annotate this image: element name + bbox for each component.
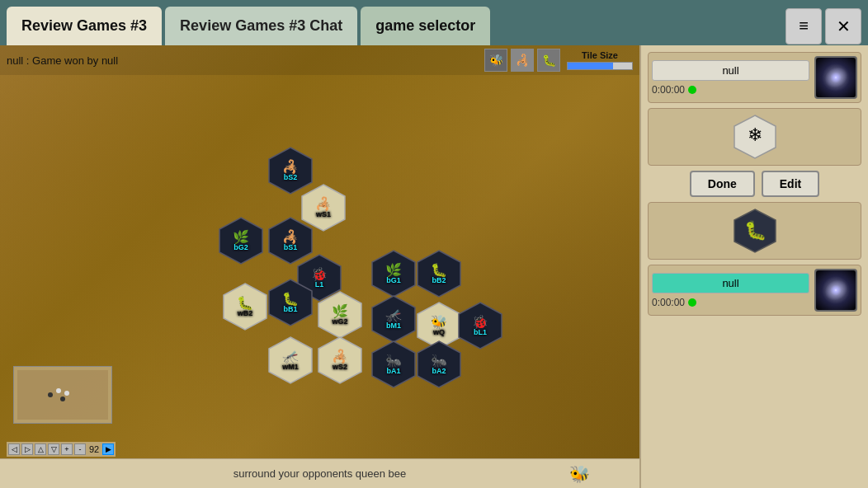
done-button[interactable]: Done [690,171,755,197]
pieces-container: 🦂 bS2 🦂 wS1 🌿 bG2 🦂 [41,95,619,488]
tile-size-label: Tile Size [582,50,618,60]
player1-avatar [814,56,857,99]
right-panel: null 0:00:00 ❄ Done Edit [639,45,868,488]
tile-size-fill [568,63,613,69]
piece-wS2[interactable]: 🦂 wS2 [314,334,366,387]
player2-name[interactable]: null [652,273,809,293]
svg-text:❄: ❄ [748,124,762,145]
minimap-right-btn[interactable]: ▷ [21,443,33,455]
action-buttons: Done Edit [648,171,861,197]
minimap-up-btn[interactable]: △ [35,443,46,455]
status-text: null : Game won by null [7,54,484,67]
close-button[interactable]: ✕ [825,8,861,45]
bottom-bar: surround your opponents queen bee 🐝 [0,458,639,488]
header: Review Games #3 Review Games #3 Chat gam… [0,0,868,45]
player1-time: 0:00:00 [652,84,685,96]
tile-size-bar[interactable] [567,62,633,70]
tab-review-games[interactable]: Review Games #3 [7,7,162,45]
status-icons: 🐝 🦂 🐛 [484,49,560,72]
player2-timer: 0:00:00 [652,297,809,308]
minimap-zoom-out-btn[interactable]: - [74,443,86,455]
svg-point-19 [56,388,61,393]
svg-text:🐛: 🐛 [743,219,767,242]
svg-point-20 [60,396,65,401]
piece-bB2[interactable]: 🐛 bB2 [413,247,465,300]
piece-slot-2: 🐛 [648,202,861,260]
piece-slot-1: ❄ [648,108,861,166]
tab-game-selector[interactable]: game selector [361,7,490,45]
minimap[interactable] [13,366,112,424]
player1-dot [688,86,696,94]
minimap-play-btn[interactable]: ▶ [102,443,114,455]
status-bar: null : Game won by null 🐝 🦂 🐛 Tile Size [0,45,639,75]
piece-wM1[interactable]: 🦟 wM1 [264,334,317,387]
game-panel: null : Game won by null 🐝 🦂 🐛 Tile Size [0,45,639,488]
tile-size-control: Tile Size [567,50,633,70]
minimap-down-btn[interactable]: ▽ [48,443,59,455]
piece-bB1[interactable]: 🐛 bB1 [264,276,317,329]
icon-insect3[interactable]: 🐛 [537,49,560,72]
player2-row: null 0:00:00 [648,265,861,316]
minimap-zoom-in-btn[interactable]: + [61,443,73,455]
minimap-left-btn[interactable]: ◁ [8,443,20,455]
tab-review-chat[interactable]: Review Games #3 Chat [165,7,357,45]
piece-bA2[interactable]: 🐜 bA2 [413,338,465,391]
menu-button[interactable]: ≡ [785,8,822,45]
edit-button[interactable]: Edit [762,171,819,197]
player1-name[interactable]: null [652,60,809,81]
svg-point-21 [64,391,69,396]
svg-point-18 [48,392,53,397]
player2-avatar [814,269,857,312]
piece-hex-1: ❄ [730,112,780,162]
header-spacer [493,7,782,45]
bee-icon: 🐝 [569,464,590,484]
icon-insect1[interactable]: 🐝 [484,49,507,72]
minimap-area: ◁ ▷ △ ▽ + - 92 ▶ [7,442,116,457]
minimap-svg [17,370,108,420]
player1-galaxy [816,58,856,97]
player2-time: 0:00:00 [652,297,685,308]
icon-insect2[interactable]: 🦂 [511,49,534,72]
piece-wB2[interactable]: 🐛 wB2 [219,280,271,333]
bottom-bar-text: surround your opponents queen bee [234,467,407,480]
svg-rect-17 [17,370,108,420]
player2-galaxy [816,270,856,310]
piece-hex-2: 🐛 [730,206,780,256]
minimap-controls: ◁ ▷ △ ▽ + - 92 ▶ [7,442,116,457]
player1-row: null 0:00:00 [648,52,861,103]
player1-timer: 0:00:00 [652,84,809,96]
piece-bG2[interactable]: 🌿 bG2 [215,214,267,267]
game-board: null : Game won by null 🐝 🦂 🐛 Tile Size [0,45,639,488]
player2-dot [688,298,696,307]
minimap-number: 92 [89,444,99,454]
main-area: null : Game won by null 🐝 🦂 🐛 Tile Size [0,45,868,488]
